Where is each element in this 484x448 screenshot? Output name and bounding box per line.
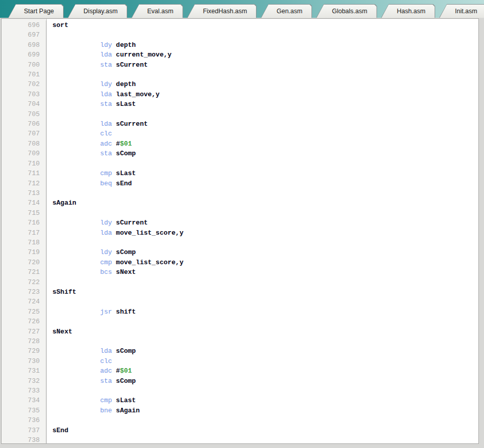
tab-start-page[interactable]: Start Page [8,4,64,18]
line-number: 732 [2,376,46,386]
code-line[interactable]: ldy depth [46,79,478,89]
code-line[interactable]: sNext [46,327,478,337]
code-line[interactable]: sort [46,20,478,30]
code-row: 708 adc #$01 [2,139,478,149]
code-line[interactable]: lda move_list_score,y [46,228,478,238]
tab-label: Globals.asm [332,8,367,15]
code-line[interactable] [46,70,478,79]
code-row: 736 [2,415,478,425]
code-row: 697 [2,30,478,40]
code-row: 722 [2,277,478,287]
code-row: 725 jsr shift [2,307,478,317]
line-number: 705 [2,109,46,119]
line-number: 702 [2,79,46,89]
code-row: 707 clc [2,129,478,138]
tab-eval-asm[interactable]: Eval.asm [131,4,183,18]
code-line[interactable] [46,317,478,326]
code-line[interactable]: lda current_move,y [46,50,478,60]
code-row: 698 ldy depth [2,40,478,50]
code-row: 720 cmp move_list_score,y [2,258,478,267]
code-row: 731 adc #$01 [2,366,478,376]
code-row: 706 lda sCurrent [2,119,478,129]
line-number: 720 [2,258,46,267]
code-line[interactable] [46,277,478,287]
code-line[interactable] [46,238,478,247]
code-line[interactable]: cmp move_list_score,y [46,258,478,267]
code-row: 726 [2,317,478,326]
code-line[interactable] [46,30,478,40]
tab-init-asm[interactable]: Init.asm [439,4,484,18]
line-number: 707 [2,129,46,138]
code-line[interactable] [46,188,478,198]
code-editor[interactable]: 696 sort 697 698 ldy depth 699 lda curre… [1,18,479,444]
line-number: 711 [2,169,46,178]
code-line[interactable]: clc [46,129,478,138]
line-number: 728 [2,337,46,346]
code-line[interactable]: beq sEnd [46,179,478,188]
tab-fixedhash-asm[interactable]: FixedHash.asm [187,4,257,18]
code-line[interactable]: cmp sLast [46,396,478,405]
code-row: 728 [2,337,478,346]
code-line[interactable] [46,159,478,169]
line-number: 709 [2,149,46,158]
line-number: 721 [2,267,46,277]
code-line[interactable] [46,208,478,218]
code-line[interactable]: lda last_move,y [46,90,478,99]
code-line[interactable] [46,386,478,396]
line-number: 724 [2,297,46,306]
code-line[interactable]: clc [46,356,478,366]
code-line[interactable]: sShift [46,287,478,297]
code-line[interactable]: jsr shift [46,307,478,317]
line-number: 710 [2,159,46,169]
tab-gen-asm[interactable]: Gen.asm [261,4,312,18]
code-line[interactable]: sta sCurrent [46,60,478,70]
code-row: 713 [2,188,478,198]
code-line[interactable] [46,435,478,444]
code-line[interactable] [46,337,478,346]
code-line[interactable]: sta sComp [46,149,478,158]
tab-globals-asm[interactable]: Globals.asm [316,4,377,18]
tab-label: Gen.asm [276,8,302,15]
code-row: 727 sNext [2,327,478,337]
code-line[interactable] [46,297,478,306]
code-row: 705 [2,109,478,119]
code-line[interactable]: ldy sComp [46,247,478,257]
line-number: 718 [2,238,46,247]
code-row: 738 [2,435,478,444]
code-line[interactable]: adc #$01 [46,366,478,376]
line-number: 726 [2,317,46,326]
line-number: 714 [2,198,46,208]
code-row: 735 bne sAgain [2,406,478,415]
code-line[interactable]: sEnd [46,426,478,435]
line-number: 696 [2,20,46,30]
line-number: 697 [2,30,46,40]
tab-label: FixedHash.asm [203,8,247,15]
line-number: 734 [2,396,46,405]
code-line[interactable]: sta sLast [46,99,478,109]
code-line[interactable]: bne sAgain [46,406,478,415]
code-line[interactable] [46,109,478,119]
code-line[interactable]: sta sComp [46,376,478,386]
code-line[interactable]: ldy sCurrent [46,218,478,228]
code-row: 721 bcs sNext [2,267,478,277]
line-number: 713 [2,188,46,198]
code-row: 702 ldy depth [2,79,478,89]
code-line[interactable]: bcs sNext [46,267,478,277]
code-line[interactable]: cmp sLast [46,169,478,178]
tab-display-asm[interactable]: Display.asm [68,4,127,18]
line-number: 708 [2,139,46,149]
code-line[interactable]: lda sCurrent [46,119,478,129]
tab-hash-asm[interactable]: Hash.asm [381,4,435,18]
code-row: 700 sta sCurrent [2,60,478,70]
code-row: 729 lda sComp [2,346,478,356]
code-line[interactable]: sAgain [46,198,478,208]
code-line[interactable]: adc #$01 [46,139,478,149]
line-number: 725 [2,307,46,317]
ide-window: Start Page Display.asm Eval.asm FixedHas… [0,0,484,448]
line-number: 719 [2,247,46,257]
code-line[interactable]: lda sComp [46,346,478,356]
code-line[interactable]: ldy depth [46,40,478,50]
code-line[interactable] [46,415,478,425]
line-number: 736 [2,415,46,425]
line-number: 737 [2,426,46,435]
